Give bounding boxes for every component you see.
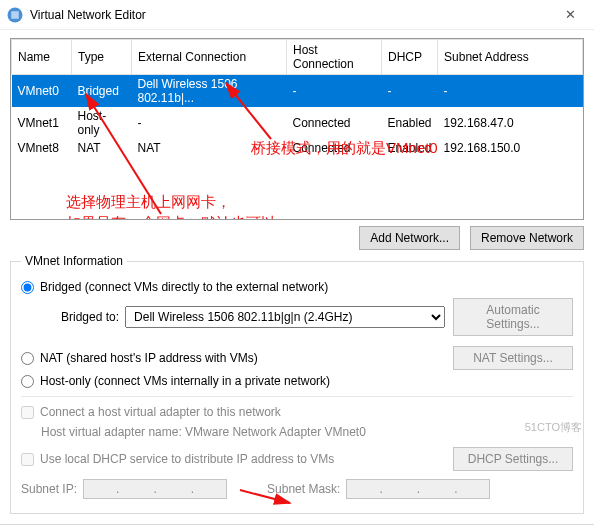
table-row[interactable]: VMnet0BridgedDell Wireless 1506 802.11b|…	[12, 75, 583, 108]
svg-rect-1	[11, 11, 19, 19]
subnet-mask-label: Subnet Mask:	[267, 482, 340, 496]
cell-ext: Dell Wireless 1506 802.11b|...	[132, 75, 287, 108]
titlebar: Virtual Network Editor ✕	[0, 0, 594, 30]
radio-hostonly[interactable]	[21, 375, 34, 388]
radio-nat-row: NAT (shared host's IP address with VMs) …	[21, 346, 573, 370]
cell-dhcp: -	[382, 75, 438, 108]
cell-type: NAT	[72, 139, 132, 157]
radio-nat-label: NAT (shared host's IP address with VMs)	[40, 351, 258, 365]
radio-bridged-row: Bridged (connect VMs directly to the ext…	[21, 280, 573, 294]
radio-bridged[interactable]	[21, 281, 34, 294]
watermark: 51CTO博客	[525, 420, 582, 435]
col-subnet[interactable]: Subnet Address	[438, 40, 583, 75]
cell-dhcp: Enabled	[382, 107, 438, 139]
vmnet-info-legend: VMnet Information	[21, 254, 127, 268]
cell-subnet: 192.168.150.0	[438, 139, 583, 157]
cell-type: Host-only	[72, 107, 132, 139]
window-title: Virtual Network Editor	[30, 8, 552, 22]
radio-nat[interactable]	[21, 352, 34, 365]
dhcp-row: Use local DHCP service to distribute IP …	[21, 447, 573, 471]
bottom-bar: Restore Defaults OK Cancel Apply Help	[0, 524, 594, 528]
radio-hostonly-row: Host-only (connect VMs internally in a p…	[21, 374, 573, 388]
network-table-wrap: Name Type External Connection Host Conne…	[10, 38, 584, 220]
bridged-to-label: Bridged to:	[61, 310, 119, 324]
network-buttons: Add Network... Remove Network	[10, 226, 584, 250]
close-icon[interactable]: ✕	[552, 7, 588, 22]
bridged-to-row: Bridged to: Dell Wireless 1506 802.11b|g…	[21, 298, 573, 336]
cell-host: Connected	[287, 107, 382, 139]
nat-settings-button[interactable]: NAT Settings...	[453, 346, 573, 370]
dhcp-checkbox[interactable]	[21, 453, 34, 466]
annotation-1: 桥接模式，用的就是VMnet0	[251, 137, 438, 158]
cell-host: -	[287, 75, 382, 108]
cell-type: Bridged	[72, 75, 132, 108]
subnet-ip-label: Subnet IP:	[21, 482, 77, 496]
host-adapter-label: Connect a host virtual adapter to this n…	[40, 405, 281, 419]
host-adapter-hint: Host virtual adapter name: VMware Networ…	[41, 423, 573, 443]
col-type[interactable]: Type	[72, 40, 132, 75]
col-dhcp[interactable]: DHCP	[382, 40, 438, 75]
cell-ext: -	[132, 107, 287, 139]
col-host[interactable]: Host Connection	[287, 40, 382, 75]
app-icon	[6, 6, 24, 24]
cell-subnet: -	[438, 75, 583, 108]
annotation-2: 选择物理主机上网网卡， 如果只有一个网卡，默认也可以	[66, 191, 276, 220]
dhcp-label: Use local DHCP service to distribute IP …	[40, 452, 334, 466]
radio-hostonly-label: Host-only (connect VMs internally in a p…	[40, 374, 330, 388]
cell-name: VMnet1	[12, 107, 72, 139]
remove-network-button[interactable]: Remove Network	[470, 226, 584, 250]
dhcp-settings-button[interactable]: DHCP Settings...	[453, 447, 573, 471]
subnet-ip-input[interactable]: ...	[83, 479, 227, 499]
host-adapter-row: Connect a host virtual adapter to this n…	[21, 405, 573, 419]
automatic-settings-button[interactable]: Automatic Settings...	[453, 298, 573, 336]
cell-name: VMnet0	[12, 75, 72, 108]
col-ext[interactable]: External Connection	[132, 40, 287, 75]
add-network-button[interactable]: Add Network...	[359, 226, 460, 250]
cell-name: VMnet8	[12, 139, 72, 157]
vmnet-info-group: VMnet Information Bridged (connect VMs d…	[10, 254, 584, 514]
subnet-mask-input[interactable]: ...	[346, 479, 490, 499]
host-adapter-checkbox[interactable]	[21, 406, 34, 419]
col-name[interactable]: Name	[12, 40, 72, 75]
table-row[interactable]: VMnet1Host-only-ConnectedEnabled192.168.…	[12, 107, 583, 139]
bridged-to-select[interactable]: Dell Wireless 1506 802.11b|g|n (2.4GHz)	[125, 306, 445, 328]
cell-subnet: 192.168.47.0	[438, 107, 583, 139]
ip-row: Subnet IP: ... Subnet Mask: ...	[21, 479, 573, 499]
radio-bridged-label: Bridged (connect VMs directly to the ext…	[40, 280, 328, 294]
content: Name Type External Connection Host Conne…	[0, 30, 594, 524]
